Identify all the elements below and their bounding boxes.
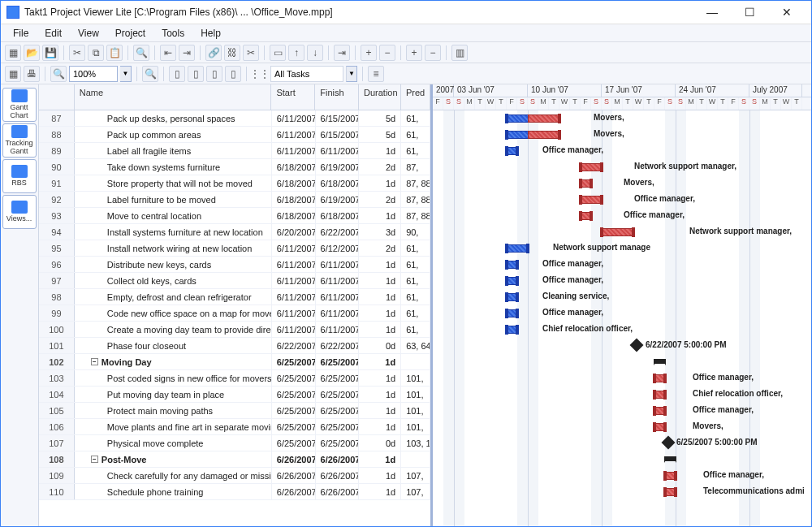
filter-dropdown-icon[interactable]: ▼ — [346, 66, 357, 82]
task-row[interactable]: 101Phase four closeout6/22/20076/22/2007… — [39, 338, 430, 354]
gantt-bar[interactable] — [507, 244, 528, 253]
task-finish[interactable]: 6/11/2007 — [316, 289, 360, 305]
task-pred[interactable]: 61, — [401, 143, 430, 158]
task-start[interactable]: 6/26/2007 — [272, 468, 316, 483]
move-up-icon[interactable]: ↑ — [288, 45, 304, 61]
task-row[interactable]: 103Post coded signs in new office for mo… — [39, 370, 430, 387]
task-name[interactable]: Move plants and fine art in separate mov… — [75, 419, 272, 434]
grid-icon[interactable]: ▦ — [5, 66, 21, 82]
task-row[interactable]: 93Move to central location6/18/20076/18/… — [39, 208, 430, 224]
task-pred[interactable]: 61, — [401, 240, 430, 256]
gantt-bar[interactable] — [602, 228, 633, 236]
task-row[interactable]: 107Physical move complete6/25/20076/25/2… — [39, 435, 430, 451]
task-dur[interactable]: 1d — [359, 403, 401, 418]
task-dur[interactable]: 1d — [359, 143, 401, 158]
task-dur[interactable]: 1d — [359, 484, 401, 499]
menu-view[interactable]: View — [70, 26, 107, 41]
pane-4-icon[interactable]: ▯ — [225, 66, 241, 82]
task-finish[interactable]: 6/25/2007 — [316, 419, 360, 434]
group-icon[interactable]: ≡ — [368, 66, 384, 82]
task-start[interactable]: 6/22/2007 — [272, 338, 316, 353]
task-dur[interactable]: 1d — [359, 370, 401, 386]
task-finish[interactable]: 6/25/2007 — [316, 387, 360, 402]
collapse-icon[interactable]: − — [91, 456, 98, 463]
save-icon[interactable]: 💾 — [42, 45, 58, 61]
task-start[interactable]: 6/25/2007 — [272, 403, 316, 418]
task-finish[interactable]: 6/19/2007 — [316, 159, 360, 175]
task-dur[interactable]: 0d — [359, 338, 401, 353]
task-pred[interactable]: 101, — [401, 403, 430, 418]
pane-3-icon[interactable]: ▯ — [206, 66, 222, 82]
outdent-icon[interactable]: ⇤ — [160, 45, 176, 61]
link-icon[interactable]: 🔗 — [205, 45, 222, 61]
task-pred[interactable]: 61, — [401, 273, 430, 288]
task-name[interactable]: Label all fragile items — [75, 143, 272, 158]
task-dur[interactable]: 5d — [359, 110, 401, 126]
summary-bar[interactable] — [665, 456, 676, 461]
cols-icon[interactable]: ▥ — [451, 45, 468, 61]
task-row[interactable]: 108−Post-Move6/26/20076/26/20071d — [39, 451, 430, 468]
gantt-bar[interactable] — [581, 196, 602, 204]
task-finish[interactable]: 6/15/2007 — [316, 127, 360, 142]
menu-project[interactable]: Project — [107, 26, 153, 41]
task-start[interactable]: 6/26/2007 — [272, 484, 316, 499]
cut-icon[interactable]: ✂ — [69, 45, 85, 61]
task-name[interactable]: Schedule phone training — [75, 484, 272, 499]
task-start[interactable]: 6/18/2007 — [272, 175, 316, 191]
task-finish[interactable]: 6/25/2007 — [316, 370, 360, 386]
task-row[interactable]: 98Empty, defrost and clean refrigerator6… — [39, 289, 430, 305]
task-name[interactable]: Post coded signs in new office for mover… — [75, 370, 272, 386]
task-start[interactable]: 6/25/2007 — [272, 370, 316, 386]
menu-file[interactable]: File — [5, 26, 37, 41]
col-duration[interactable]: Duration — [359, 84, 401, 110]
task-start[interactable]: 6/11/2007 — [272, 143, 316, 158]
task-row[interactable]: 94Install systems furniture at new locat… — [39, 224, 430, 240]
task-dur[interactable]: 0d — [359, 435, 401, 451]
col-indicator[interactable] — [39, 84, 75, 110]
task-row[interactable]: 106Move plants and fine art in separate … — [39, 419, 430, 435]
task-row[interactable]: 110Schedule phone training6/26/20076/26/… — [39, 484, 430, 500]
milestone-icon[interactable] — [630, 339, 644, 352]
task-dur[interactable]: 1d — [359, 257, 401, 272]
task-finish[interactable]: 6/11/2007 — [316, 257, 360, 272]
task-name[interactable]: Physical move complete — [75, 435, 272, 451]
task-dur[interactable]: 1d — [359, 387, 401, 402]
task-dur[interactable]: 1d — [359, 354, 401, 369]
zoom-dropdown-icon[interactable]: ▼ — [120, 66, 132, 82]
task-start[interactable]: 6/25/2007 — [272, 354, 316, 369]
task-finish[interactable]: 6/11/2007 — [316, 273, 360, 288]
task-dur[interactable]: 1d — [359, 322, 401, 337]
task-name[interactable]: Install systems furniture at new locatio… — [75, 224, 272, 240]
task-row[interactable]: 105Protect main moving paths6/25/20076/2… — [39, 403, 430, 419]
task-dur[interactable]: 1d — [359, 273, 401, 288]
task-dur[interactable]: 1d — [359, 305, 401, 321]
task-finish[interactable]: 6/25/2007 — [316, 403, 360, 418]
insert-icon[interactable]: + — [361, 45, 377, 61]
view-views[interactable]: Views... — [2, 195, 37, 229]
move-down-icon[interactable]: ↓ — [307, 45, 323, 61]
filter-icon[interactable]: ⋮⋮ — [252, 66, 268, 82]
task-name[interactable]: Distribute new keys, cards — [75, 257, 272, 272]
task-finish[interactable]: 6/25/2007 — [316, 435, 360, 451]
task-row[interactable]: 89Label all fragile items6/11/20076/11/2… — [39, 143, 430, 159]
task-dur[interactable]: 1d — [359, 175, 401, 191]
copy-icon[interactable]: ⧉ — [88, 45, 104, 61]
view-tracking-gantt[interactable]: Tracking Gantt — [2, 123, 37, 158]
task-start[interactable]: 6/11/2007 — [272, 273, 316, 288]
menu-edit[interactable]: Edit — [37, 26, 70, 41]
task-pred[interactable]: 101, — [401, 419, 430, 434]
task-pred[interactable]: 107, — [401, 484, 430, 499]
zoom-combo[interactable]: 100% — [69, 66, 118, 82]
task-row[interactable]: 97Collect old keys, cards6/11/20076/11/2… — [39, 273, 430, 289]
task-pred[interactable]: 101, — [401, 370, 430, 386]
task-name[interactable]: −Post-Move — [75, 451, 272, 467]
task-dur[interactable]: 1d — [359, 419, 401, 434]
task-pred[interactable]: 87, 88, — [401, 192, 430, 207]
task-pred[interactable]: 87, — [401, 159, 430, 175]
unlink-icon[interactable]: ⛓ — [224, 45, 240, 61]
task-dur[interactable]: 3d — [359, 224, 401, 240]
view-rbs[interactable]: RBS — [2, 159, 37, 193]
task-finish[interactable]: 6/18/2007 — [316, 175, 360, 191]
task-name[interactable]: Collect old keys, cards — [75, 273, 272, 288]
menu-help[interactable]: Help — [192, 26, 229, 41]
